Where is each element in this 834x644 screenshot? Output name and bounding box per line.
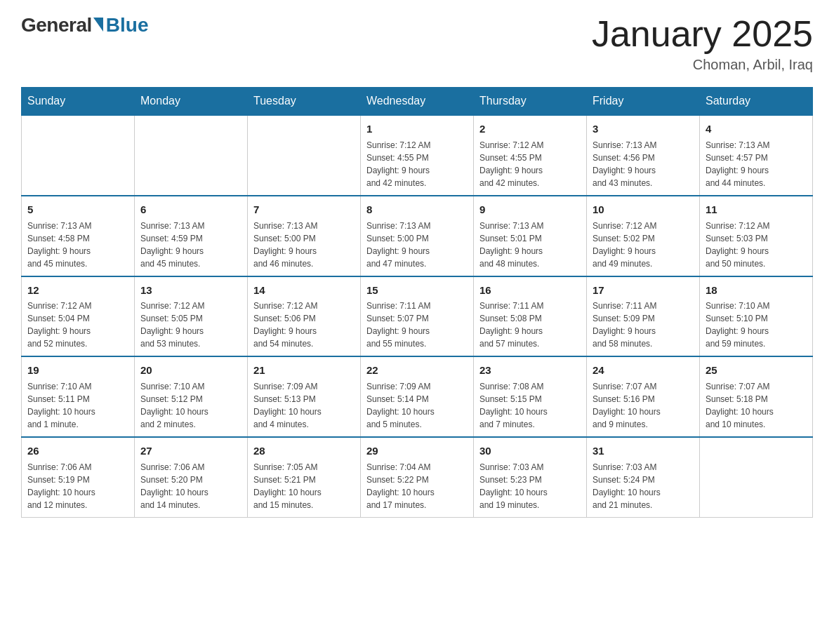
calendar-week-4: 19Sunrise: 7:10 AM Sunset: 5:11 PM Dayli… [22, 356, 813, 437]
calendar-title: January 2025 [592, 14, 813, 54]
day-info: Sunrise: 7:10 AM Sunset: 5:11 PM Dayligh… [27, 380, 128, 431]
day-info: Sunrise: 7:03 AM Sunset: 5:23 PM Dayligh… [479, 461, 581, 511]
day-number: 3 [593, 121, 694, 137]
weekday-header-thursday: Thursday [474, 88, 587, 116]
calendar-cell: 11Sunrise: 7:12 AM Sunset: 5:03 PM Dayli… [700, 196, 813, 276]
day-number: 22 [366, 363, 468, 378]
day-info: Sunrise: 7:06 AM Sunset: 5:19 PM Dayligh… [27, 461, 128, 511]
weekday-header-sunday: Sunday [22, 88, 135, 116]
calendar-cell [248, 115, 361, 196]
day-number: 25 [706, 363, 807, 378]
day-number: 8 [366, 202, 468, 217]
calendar-cell: 3Sunrise: 7:13 AM Sunset: 4:56 PM Daylig… [587, 115, 700, 196]
calendar-cell: 22Sunrise: 7:09 AM Sunset: 5:14 PM Dayli… [361, 356, 474, 437]
day-info: Sunrise: 7:06 AM Sunset: 5:20 PM Dayligh… [140, 461, 241, 511]
day-info: Sunrise: 7:12 AM Sunset: 5:06 PM Dayligh… [253, 300, 355, 350]
title-section: January 2025 Choman, Arbil, Iraq [592, 14, 813, 73]
day-number: 7 [253, 202, 355, 217]
day-number: 2 [479, 121, 581, 137]
calendar-cell: 9Sunrise: 7:13 AM Sunset: 5:01 PM Daylig… [474, 196, 587, 276]
logo-general-text: General [21, 14, 92, 36]
day-info: Sunrise: 7:08 AM Sunset: 5:15 PM Dayligh… [479, 380, 581, 431]
day-number: 26 [27, 443, 128, 459]
calendar-cell: 18Sunrise: 7:10 AM Sunset: 5:10 PM Dayli… [700, 276, 813, 357]
calendar-cell: 5Sunrise: 7:13 AM Sunset: 4:58 PM Daylig… [22, 196, 135, 276]
calendar-cell [135, 115, 248, 196]
weekday-header-row: SundayMondayTuesdayWednesdayThursdayFrid… [22, 88, 813, 116]
day-info: Sunrise: 7:05 AM Sunset: 5:21 PM Dayligh… [253, 461, 355, 511]
calendar-cell: 17Sunrise: 7:11 AM Sunset: 5:09 PM Dayli… [587, 276, 700, 357]
day-number: 13 [140, 283, 241, 298]
day-number: 5 [27, 202, 128, 217]
day-number: 10 [593, 202, 694, 217]
day-info: Sunrise: 7:04 AM Sunset: 5:22 PM Dayligh… [366, 461, 468, 511]
day-number: 18 [706, 283, 807, 298]
logo-triangle-icon [93, 18, 103, 32]
day-number: 11 [706, 202, 807, 217]
day-number: 12 [27, 283, 128, 298]
weekday-header-monday: Monday [135, 88, 248, 116]
day-info: Sunrise: 7:07 AM Sunset: 5:16 PM Dayligh… [593, 380, 694, 431]
day-info: Sunrise: 7:12 AM Sunset: 4:55 PM Dayligh… [479, 139, 581, 189]
day-info: Sunrise: 7:12 AM Sunset: 5:03 PM Dayligh… [706, 220, 807, 270]
weekday-header-saturday: Saturday [700, 88, 813, 116]
day-info: Sunrise: 7:13 AM Sunset: 5:01 PM Dayligh… [479, 220, 581, 270]
calendar-cell: 4Sunrise: 7:13 AM Sunset: 4:57 PM Daylig… [700, 115, 813, 196]
calendar-cell: 15Sunrise: 7:11 AM Sunset: 5:07 PM Dayli… [361, 276, 474, 357]
page-header: General Blue January 2025 Choman, Arbil,… [21, 14, 813, 73]
calendar-cell: 12Sunrise: 7:12 AM Sunset: 5:04 PM Dayli… [22, 276, 135, 357]
day-number: 1 [366, 121, 468, 137]
day-number: 14 [253, 283, 355, 298]
day-info: Sunrise: 7:13 AM Sunset: 4:58 PM Dayligh… [27, 220, 128, 270]
calendar-table: SundayMondayTuesdayWednesdayThursdayFrid… [21, 87, 813, 518]
day-number: 23 [479, 363, 581, 378]
day-info: Sunrise: 7:13 AM Sunset: 5:00 PM Dayligh… [366, 220, 468, 270]
calendar-cell: 14Sunrise: 7:12 AM Sunset: 5:06 PM Dayli… [248, 276, 361, 357]
day-number: 6 [140, 202, 241, 217]
day-info: Sunrise: 7:13 AM Sunset: 4:59 PM Dayligh… [140, 220, 241, 270]
calendar-cell: 29Sunrise: 7:04 AM Sunset: 5:22 PM Dayli… [361, 437, 474, 517]
calendar-cell: 16Sunrise: 7:11 AM Sunset: 5:08 PM Dayli… [474, 276, 587, 357]
calendar-cell: 19Sunrise: 7:10 AM Sunset: 5:11 PM Dayli… [22, 356, 135, 437]
day-info: Sunrise: 7:11 AM Sunset: 5:09 PM Dayligh… [593, 300, 694, 350]
calendar-cell: 30Sunrise: 7:03 AM Sunset: 5:23 PM Dayli… [474, 437, 587, 517]
day-info: Sunrise: 7:07 AM Sunset: 5:18 PM Dayligh… [706, 380, 807, 431]
weekday-header-wednesday: Wednesday [361, 88, 474, 116]
day-info: Sunrise: 7:11 AM Sunset: 5:08 PM Dayligh… [479, 300, 581, 350]
day-number: 30 [479, 443, 581, 459]
day-info: Sunrise: 7:12 AM Sunset: 5:04 PM Dayligh… [27, 300, 128, 350]
calendar-cell: 25Sunrise: 7:07 AM Sunset: 5:18 PM Dayli… [700, 356, 813, 437]
calendar-cell: 10Sunrise: 7:12 AM Sunset: 5:02 PM Dayli… [587, 196, 700, 276]
day-number: 15 [366, 283, 468, 298]
day-number: 27 [140, 443, 241, 459]
calendar-cell: 23Sunrise: 7:08 AM Sunset: 5:15 PM Dayli… [474, 356, 587, 437]
day-info: Sunrise: 7:13 AM Sunset: 5:00 PM Dayligh… [253, 220, 355, 270]
calendar-cell: 6Sunrise: 7:13 AM Sunset: 4:59 PM Daylig… [135, 196, 248, 276]
calendar-cell: 13Sunrise: 7:12 AM Sunset: 5:05 PM Dayli… [135, 276, 248, 357]
day-number: 17 [593, 283, 694, 298]
calendar-subtitle: Choman, Arbil, Iraq [592, 57, 813, 73]
calendar-cell: 24Sunrise: 7:07 AM Sunset: 5:16 PM Dayli… [587, 356, 700, 437]
day-info: Sunrise: 7:12 AM Sunset: 5:05 PM Dayligh… [140, 300, 241, 350]
calendar-cell: 28Sunrise: 7:05 AM Sunset: 5:21 PM Dayli… [248, 437, 361, 517]
day-info: Sunrise: 7:12 AM Sunset: 5:02 PM Dayligh… [593, 220, 694, 270]
calendar-cell: 1Sunrise: 7:12 AM Sunset: 4:55 PM Daylig… [361, 115, 474, 196]
day-number: 21 [253, 363, 355, 378]
day-info: Sunrise: 7:11 AM Sunset: 5:07 PM Dayligh… [366, 300, 468, 350]
calendar-cell: 21Sunrise: 7:09 AM Sunset: 5:13 PM Dayli… [248, 356, 361, 437]
day-info: Sunrise: 7:09 AM Sunset: 5:13 PM Dayligh… [253, 380, 355, 431]
day-number: 4 [706, 121, 807, 137]
calendar-cell: 20Sunrise: 7:10 AM Sunset: 5:12 PM Dayli… [135, 356, 248, 437]
day-info: Sunrise: 7:10 AM Sunset: 5:12 PM Dayligh… [140, 380, 241, 431]
logo-blue-text: Blue [106, 14, 149, 36]
calendar-cell [22, 115, 135, 196]
day-info: Sunrise: 7:03 AM Sunset: 5:24 PM Dayligh… [593, 461, 694, 511]
day-info: Sunrise: 7:09 AM Sunset: 5:14 PM Dayligh… [366, 380, 468, 431]
calendar-cell [700, 437, 813, 517]
calendar-week-3: 12Sunrise: 7:12 AM Sunset: 5:04 PM Dayli… [22, 276, 813, 357]
calendar-week-5: 26Sunrise: 7:06 AM Sunset: 5:19 PM Dayli… [22, 437, 813, 517]
day-number: 20 [140, 363, 241, 378]
day-info: Sunrise: 7:13 AM Sunset: 4:56 PM Dayligh… [593, 139, 694, 189]
weekday-header-tuesday: Tuesday [248, 88, 361, 116]
calendar-cell: 26Sunrise: 7:06 AM Sunset: 5:19 PM Dayli… [22, 437, 135, 517]
